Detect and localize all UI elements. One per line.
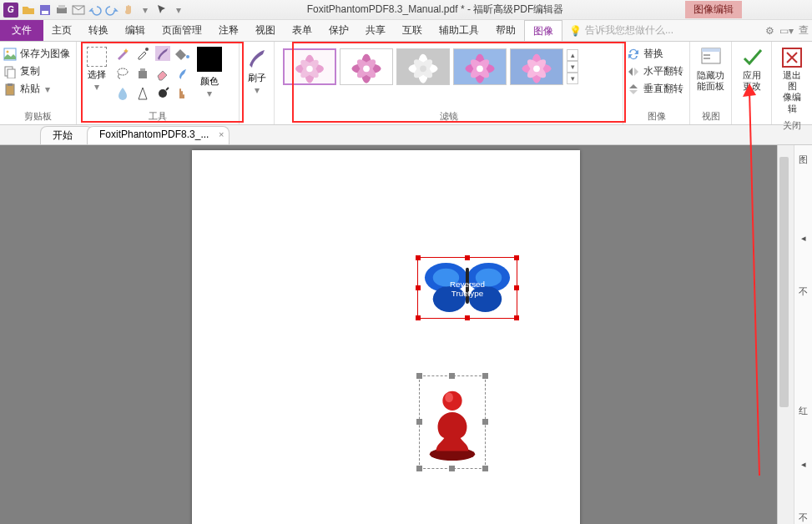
tab-image[interactable]: 图像 (524, 20, 562, 41)
rpanel-collapse-icon[interactable]: ◂ (801, 233, 806, 244)
smudge-icon[interactable] (175, 66, 190, 81)
tab-home[interactable]: 主页 (43, 20, 80, 41)
rpanel-collapse-icon[interactable]: ◂ (801, 459, 806, 470)
tab-page-manage[interactable]: 页面管理 (154, 20, 210, 41)
panel-icon (700, 47, 722, 68)
filters-expand-icon[interactable]: ▾ (567, 73, 578, 84)
rpanel-label: 红 (799, 405, 808, 417)
filters-scroll-down-icon[interactable]: ▾ (567, 61, 578, 73)
exit-image-edit-button[interactable]: 退出图 像编辑 (775, 43, 809, 118)
flip-h-icon (627, 65, 640, 78)
vertical-scrollbar[interactable] (777, 145, 790, 524)
rpanel-label[interactable]: 图 (799, 154, 808, 166)
selection-pawn[interactable] (419, 375, 486, 469)
fill-icon[interactable] (175, 46, 190, 61)
color-swatch (197, 47, 222, 72)
undo-icon[interactable] (88, 3, 102, 17)
tab-protect[interactable]: 保护 (320, 20, 357, 41)
redo-icon[interactable] (105, 3, 119, 17)
svg-point-16 (159, 89, 167, 98)
color-picker-button[interactable]: 颜色 ▾ (192, 43, 227, 99)
dodge-icon[interactable] (155, 86, 170, 101)
svg-text:Reversed: Reversed (450, 280, 485, 289)
filter-thumb-4[interactable] (510, 48, 563, 85)
rpanel-label: 不 (799, 511, 808, 524)
dropdown-icon[interactable]: ▾ (139, 3, 152, 17)
scrollbar-thumb[interactable] (779, 157, 789, 407)
paste-button[interactable]: 粘贴▾ (3, 80, 50, 98)
tab-help[interactable]: 帮助 (487, 20, 524, 41)
svg-point-12 (186, 55, 189, 58)
tab-share[interactable]: 共享 (357, 20, 394, 41)
tab-accessibility[interactable]: 辅助工具 (431, 20, 487, 41)
tab-document[interactable]: FoxitPhantomPDF8.3_...× (87, 126, 229, 144)
selection-butterfly[interactable]: Reversed Truetype (417, 257, 517, 319)
eyedropper-icon[interactable] (135, 46, 150, 61)
filter-thumb-2[interactable] (396, 48, 450, 85)
workspace: Reversed Truetype (0, 145, 812, 524)
contextual-tab-label: 图像编辑 (685, 1, 742, 18)
tell-me-input[interactable]: 💡 告诉我您想做什么... (562, 20, 765, 41)
flip-vertical-button[interactable]: 垂直翻转 (627, 80, 683, 98)
tab-connect[interactable]: 互联 (394, 20, 431, 41)
svg-point-40 (477, 65, 483, 72)
svg-rect-15 (140, 68, 145, 71)
dropdown-icon[interactable]: ▾ (45, 83, 50, 95)
blur-icon[interactable] (115, 86, 130, 101)
magic-wand-icon[interactable] (115, 46, 130, 61)
svg-point-46 (533, 65, 540, 72)
burn-icon[interactable] (175, 86, 190, 101)
filter-thumb-0[interactable] (283, 48, 336, 85)
dropdown-icon[interactable]: ▾ (192, 88, 227, 99)
file-menu[interactable]: 文件 (0, 20, 43, 41)
tab-comment[interactable]: 注释 (210, 20, 247, 41)
rpanel-label: 不 (799, 285, 808, 298)
flip-horizontal-button[interactable]: 水平翻转 (627, 63, 683, 80)
document-tab-bar: 开始 FoxitPhantomPDF8.3_...× (0, 125, 812, 145)
group-brush: 刷子 ▾ (240, 42, 275, 124)
apply-changes-button[interactable]: 应用 更改 (735, 43, 768, 111)
filter-thumb-3[interactable] (453, 48, 507, 85)
brush-icon[interactable] (155, 46, 170, 61)
hide-panel-button[interactable]: 隐藏功 能面板 (693, 43, 728, 108)
group-label: 视图 (693, 108, 728, 124)
svg-rect-14 (139, 71, 147, 78)
save-as-image-button[interactable]: 保存为图像 (3, 45, 70, 63)
copy-icon (3, 65, 17, 78)
tab-edit[interactable]: 编辑 (117, 20, 154, 41)
select-tool-icon[interactable] (155, 3, 169, 17)
svg-point-62 (442, 391, 461, 411)
tab-form[interactable]: 表单 (284, 20, 320, 41)
search-label[interactable]: 查 (799, 23, 809, 38)
save-icon[interactable] (38, 3, 52, 17)
copy-button[interactable]: 复制 (3, 63, 40, 80)
tab-start-page[interactable]: 开始 (40, 126, 93, 144)
select-tool-button[interactable]: 选择 ▾ (80, 43, 113, 93)
tab-convert[interactable]: 转换 (80, 20, 117, 41)
brush-preset-icon[interactable] (246, 47, 268, 68)
replace-icon (627, 48, 640, 61)
clone-icon[interactable] (135, 66, 150, 81)
exit-button-group: 退出图 像编辑 关闭 (772, 42, 812, 124)
sharpen-icon[interactable] (135, 86, 150, 101)
email-icon[interactable] (72, 3, 85, 17)
tab-view[interactable]: 视图 (247, 20, 284, 41)
print-icon[interactable] (55, 3, 68, 17)
lasso-icon[interactable] (115, 66, 130, 81)
hand-icon[interactable] (122, 3, 135, 17)
canvas-area[interactable]: Reversed Truetype (0, 145, 777, 524)
open-icon[interactable] (22, 3, 35, 17)
replace-button[interactable]: 替换 (627, 45, 663, 63)
collapse-ribbon-icon[interactable]: ▭▾ (779, 25, 794, 37)
paste-icon (3, 83, 17, 96)
close-tab-icon[interactable]: × (219, 129, 224, 139)
dropdown-icon[interactable]: ▾ (172, 3, 185, 17)
settings-icon[interactable]: ⚙ (765, 25, 774, 37)
eraser-icon[interactable] (155, 66, 170, 81)
marquee-icon (87, 47, 107, 67)
filter-thumb-1[interactable] (340, 48, 393, 85)
dropdown-icon[interactable]: ▾ (255, 84, 260, 96)
group-label: 滤镜 (278, 108, 619, 124)
dropdown-icon[interactable]: ▾ (94, 81, 99, 93)
filters-scroll-up-icon[interactable]: ▴ (567, 49, 578, 61)
